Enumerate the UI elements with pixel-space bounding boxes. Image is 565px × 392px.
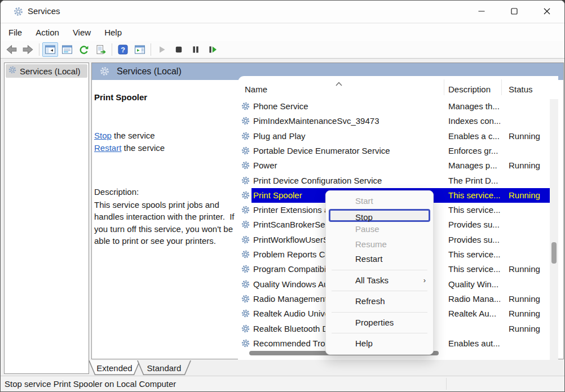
service-description-cell: This service... [448,190,500,200]
service-gear-icon [241,205,250,217]
service-gear-icon [241,324,250,336]
services-icon [99,66,110,79]
service-status-cell: Running [509,294,540,304]
service-name: Plug and Play [253,131,306,141]
forward-icon[interactable] [20,42,36,57]
menu-help[interactable]: Help [98,24,129,41]
vertical-scrollbar[interactable] [550,99,558,360]
maximize-icon [511,7,518,17]
service-name: PimIndexMaintenanceSvc_39473 [253,116,379,126]
status-bar-text: Stop service Print Spooler on Local Comp… [5,379,176,389]
properties-icon[interactable] [59,42,75,57]
toolbar: ? [1,41,564,59]
service-status-cell: Running [509,324,540,333]
console-tree-panel: Services (Local) [4,63,89,374]
service-description-cell: Manages p... [448,161,497,170]
service-name: Print Device Configuration Service [253,176,382,185]
table-row[interactable]: Portable Device Enumerator ServiceEnforc… [238,144,550,158]
export-list-icon[interactable] [93,42,109,57]
back-icon[interactable] [3,42,19,57]
column-header-name[interactable]: Name [245,84,267,94]
status-bar-divider [446,378,447,390]
context-menu-item-properties[interactable]: Properties [326,315,433,331]
column-divider[interactable] [444,79,444,95]
service-name: Portable Device Enumerator Service [253,146,390,155]
context-menu-item-all-tasks[interactable]: All Tasks› [326,273,433,288]
window-title: Services [28,6,60,16]
restart-service-icon[interactable] [205,42,220,57]
context-menu: StartStopPauseResumeRestartAll Tasks›Ref… [325,190,434,355]
stop-service-link[interactable]: Stop [94,131,112,140]
column-divider[interactable] [501,79,502,95]
tab-label: Extended [89,360,140,375]
table-row[interactable]: PowerManages p...Running [238,158,550,173]
close-icon [544,7,550,17]
pause-service-icon[interactable] [188,42,204,57]
context-menu-separator [326,267,433,273]
refresh-icon[interactable] [76,42,92,57]
menu-view[interactable]: View [66,24,98,41]
service-description-cell: This service... [448,264,500,274]
service-description-cell: This service... [448,205,500,215]
service-gear-icon [241,220,250,231]
stop-link-suffix: the service [112,131,155,140]
service-name: Power [253,161,277,170]
services-app-icon [13,6,24,19]
service-description: This service spools print jobs and handl… [94,199,236,247]
tab-standard[interactable]: Standard [137,360,191,375]
minimize-button[interactable] [469,1,495,23]
tree-item-services-local[interactable]: Services (Local) [6,64,87,78]
stop-service-icon[interactable] [171,42,187,57]
service-description-cell: The Print D... [448,176,498,185]
maximize-button[interactable] [501,1,527,23]
title-bar[interactable]: Services [1,1,564,23]
table-row[interactable]: Plug and PlayEnables a c...Running [238,129,550,144]
table-row[interactable]: Print Device Configuration ServiceThe Pr… [238,173,550,188]
context-menu-separator [326,288,433,294]
selected-service-title: Print Spooler [94,92,147,102]
service-description-cell: Indexes con... [448,116,500,126]
minimize-icon [478,7,485,17]
context-menu-item-stop[interactable]: Stop [329,209,430,222]
service-gear-icon [241,235,250,247]
column-header-status[interactable]: Status [509,84,533,94]
context-menu-item-pause: Pause [326,222,433,237]
service-description-cell: Realtek Au... [448,309,496,318]
restart-service-link[interactable]: Restart [94,143,121,153]
service-gear-icon [241,264,250,276]
table-row[interactable]: PimIndexMaintenanceSvc_39473Indexes con.… [238,114,550,128]
toolbar-separator [112,43,112,56]
service-gear-icon [241,161,250,172]
context-menu-item-refresh[interactable]: Refresh [326,294,433,309]
service-gear-icon [241,338,250,350]
banner-title: Services (Local) [117,66,182,77]
close-button[interactable] [534,1,560,23]
toolbar-separator [151,43,151,56]
service-description-cell: Radio Mana... [448,294,500,304]
service-gear-icon [241,131,250,143]
service-description-cell: Provides su... [448,235,500,244]
service-description-cell: Enables a c... [448,131,500,141]
services-window: Services FileActionViewHelp ? Services (… [0,0,565,392]
help-icon[interactable]: ? [115,42,131,57]
tab-extended[interactable]: Extended [89,360,140,375]
context-menu-item-restart[interactable]: Restart [326,252,433,267]
menu-action[interactable]: Action [29,24,66,41]
start-service-icon[interactable] [154,42,170,57]
extended-view-pane: Print Spooler Stop the service Restart t… [92,80,237,359]
table-row[interactable]: Phone ServiceManages th... [238,99,550,114]
service-description-cell: Manages th... [448,101,500,111]
service-description-cell: Enforces gr... [448,146,498,155]
show-console-tree-icon[interactable] [42,42,58,57]
show-action-pane-icon[interactable] [132,42,148,57]
context-menu-item-help[interactable]: Help [326,336,433,351]
services-icon [8,65,17,77]
toolbar-separator [39,43,39,56]
vertical-scrollbar-thumb[interactable] [551,242,557,264]
status-bar: Stop service Print Spooler on Local Comp… [1,376,564,391]
column-header-description[interactable]: Description [448,84,491,94]
menu-file[interactable]: File [2,24,29,41]
service-gear-icon [241,294,250,306]
restart-link-suffix: the service [121,143,165,153]
sort-ascending-icon[interactable] [335,78,343,88]
